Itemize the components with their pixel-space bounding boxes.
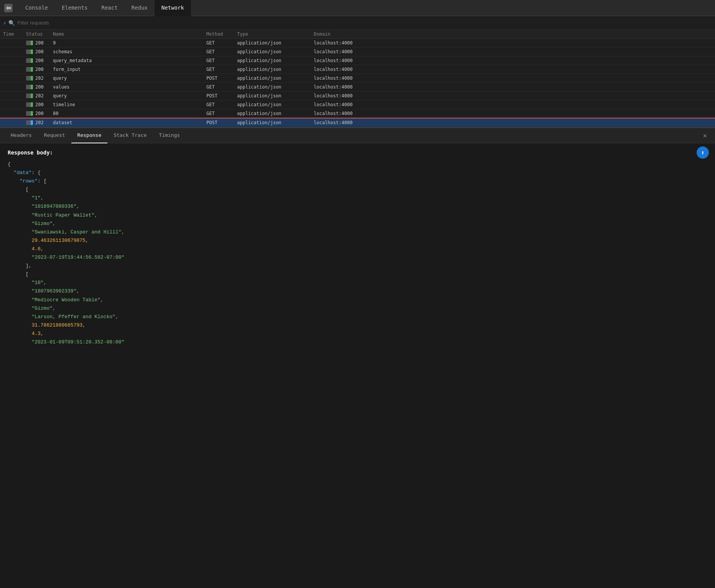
tab-timings[interactable]: Timings bbox=[153, 128, 186, 143]
table-row[interactable]: 200 values GET application/json localhos… bbox=[0, 83, 715, 92]
table-row[interactable]: 202 dataset POST application/json localh… bbox=[0, 118, 715, 127]
cell-domain: localhost:4000 bbox=[311, 109, 715, 118]
cell-method: GET bbox=[203, 65, 234, 74]
cell-status: 202 bbox=[23, 92, 50, 100]
col-header-type: Type bbox=[234, 30, 311, 39]
filter-input[interactable] bbox=[17, 20, 712, 26]
timing-bar bbox=[26, 49, 33, 54]
table-row[interactable]: 200 query_metadata GET application/json … bbox=[0, 56, 715, 65]
cell-name: dataset bbox=[50, 118, 203, 127]
cell-name: 9 bbox=[50, 39, 203, 48]
cell-domain: localhost:4000 bbox=[311, 118, 715, 127]
status-code: 200 bbox=[35, 84, 44, 90]
cell-method: GET bbox=[203, 56, 234, 65]
col-header-time: Time bbox=[0, 30, 23, 39]
tab-console[interactable]: Console bbox=[18, 0, 55, 16]
cell-time bbox=[0, 65, 23, 74]
network-table: Time Status Name Method Type Domain 200 … bbox=[0, 30, 715, 127]
cell-method: GET bbox=[203, 100, 234, 109]
cell-name: timeline bbox=[50, 100, 203, 109]
tab-react[interactable]: React bbox=[94, 0, 124, 16]
tab-stack-trace[interactable]: Stack Trace bbox=[107, 128, 153, 143]
tab-elements[interactable]: Elements bbox=[55, 0, 94, 16]
cell-domain: localhost:4000 bbox=[311, 83, 715, 92]
cell-type: application/json bbox=[234, 92, 311, 100]
cell-type: application/json bbox=[234, 109, 311, 118]
close-button[interactable]: × bbox=[700, 130, 710, 141]
cell-status: 200 bbox=[23, 83, 50, 92]
col-header-status: Status bbox=[23, 30, 50, 39]
tab-headers[interactable]: Headers bbox=[5, 128, 38, 143]
filter-bar: ⚡ 🔍 bbox=[0, 16, 715, 30]
col-header-name: Name bbox=[50, 30, 203, 39]
timing-bar bbox=[26, 85, 33, 89]
table-row[interactable]: 200 9 GET application/json localhost:400… bbox=[0, 39, 715, 48]
cell-method: POST bbox=[203, 92, 234, 100]
cell-type: application/json bbox=[234, 48, 311, 56]
cell-status: 200 bbox=[23, 100, 50, 109]
cell-type: application/json bbox=[234, 65, 311, 74]
timing-fill bbox=[31, 85, 33, 89]
cell-name: form_input bbox=[50, 65, 203, 74]
timing-fill bbox=[31, 58, 33, 63]
cell-time bbox=[0, 74, 23, 83]
cell-method: GET bbox=[203, 109, 234, 118]
cell-method: POST bbox=[203, 118, 234, 127]
tab-network[interactable]: Network bbox=[155, 0, 191, 16]
status-code: 200 bbox=[35, 67, 44, 72]
cell-status: 200 bbox=[23, 56, 50, 65]
table-row[interactable]: 202 query POST application/json localhos… bbox=[0, 74, 715, 83]
cell-method: POST bbox=[203, 74, 234, 83]
cell-status: 200 bbox=[23, 109, 50, 118]
cell-time bbox=[0, 109, 23, 118]
cell-name: query bbox=[50, 74, 203, 83]
cell-type: application/json bbox=[234, 100, 311, 109]
table-row[interactable]: 200 timeline GET application/json localh… bbox=[0, 100, 715, 109]
status-code: 200 bbox=[35, 58, 44, 63]
timing-fill bbox=[31, 67, 33, 72]
cell-domain: localhost:4000 bbox=[311, 39, 715, 48]
copy-button[interactable]: ⬆ bbox=[697, 146, 709, 159]
cell-name: 80 bbox=[50, 109, 203, 118]
status-code: 200 bbox=[35, 40, 44, 46]
cell-time bbox=[0, 118, 23, 127]
cell-name: query bbox=[50, 92, 203, 100]
timing-bar bbox=[26, 102, 33, 107]
response-body-title: Response body: bbox=[8, 149, 707, 156]
tab-bar: Console Elements React Redux Network bbox=[0, 0, 715, 16]
table-row[interactable]: 200 form_input GET application/json loca… bbox=[0, 65, 715, 74]
devtools-logo bbox=[3, 3, 14, 13]
table-row[interactable]: 200 80 GET application/json localhost:40… bbox=[0, 109, 715, 118]
detail-panel: Headers Request Response Stack Trace Tim… bbox=[0, 127, 715, 353]
cell-name: schemas bbox=[50, 48, 203, 56]
filter-icon: ⚡ bbox=[3, 20, 6, 26]
tab-request[interactable]: Request bbox=[38, 128, 71, 143]
tab-response[interactable]: Response bbox=[71, 128, 108, 143]
cell-name: query_metadata bbox=[50, 56, 203, 65]
cell-status: 200 bbox=[23, 39, 50, 48]
cell-status: 202 bbox=[23, 118, 50, 127]
response-body-panel: Response body: ⬆ { "data": { "rows": [ [… bbox=[0, 143, 715, 353]
tab-redux[interactable]: Redux bbox=[125, 0, 155, 16]
cell-time bbox=[0, 39, 23, 48]
detail-tabs: Headers Request Response Stack Trace Tim… bbox=[0, 128, 715, 143]
status-code: 200 bbox=[35, 111, 44, 116]
timing-fill bbox=[31, 41, 33, 45]
cell-domain: localhost:4000 bbox=[311, 74, 715, 83]
cell-time bbox=[0, 100, 23, 109]
cell-status: 200 bbox=[23, 65, 50, 74]
cell-type: application/json bbox=[234, 118, 311, 127]
cell-domain: localhost:4000 bbox=[311, 92, 715, 100]
timing-bar bbox=[26, 111, 33, 116]
cell-method: GET bbox=[203, 83, 234, 92]
table-row[interactable]: 202 query POST application/json localhos… bbox=[0, 92, 715, 100]
status-code: 202 bbox=[35, 93, 44, 99]
table-row[interactable]: 200 schemas GET application/json localho… bbox=[0, 48, 715, 56]
timing-fill bbox=[31, 120, 33, 125]
cell-method: GET bbox=[203, 39, 234, 48]
cell-time bbox=[0, 48, 23, 56]
col-header-domain: Domain bbox=[311, 30, 715, 39]
cell-method: GET bbox=[203, 48, 234, 56]
cell-domain: localhost:4000 bbox=[311, 56, 715, 65]
cell-type: application/json bbox=[234, 56, 311, 65]
